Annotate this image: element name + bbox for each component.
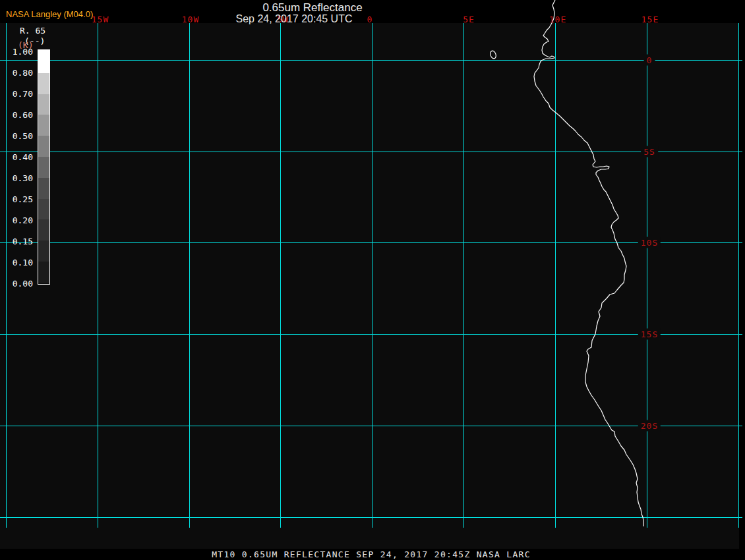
colorbar-tick-label: 0.50 (4, 131, 33, 141)
colorbar-tick-label: 0.70 (4, 89, 33, 99)
lat-label: 15S (638, 329, 661, 340)
colorbar-tick-label: 0.40 (4, 152, 33, 162)
lat-label: 0 (644, 55, 655, 66)
lon-label: 15W (92, 14, 109, 24)
lat-label: 10S (638, 237, 661, 248)
lon-label: 10W (182, 14, 199, 24)
satellite-image-viewport: R. 65 (--) (K) 1.000.800.700.600.500.400… (0, 0, 745, 560)
lon-label: 5E (463, 14, 475, 24)
colorbar-tick-label: 0.20 (4, 215, 33, 225)
lon-label: 0 (367, 14, 373, 24)
footer-caption: MT10 0.65UM REFLECTANCE SEP 24, 2017 20:… (212, 549, 531, 559)
lat-label: 5S (641, 146, 658, 157)
lon-label: 15E (641, 14, 659, 24)
colorbar-tick-label: 0.00 (4, 279, 33, 289)
colorbar-tick-label: 0.30 (4, 173, 33, 183)
colorbar-tick-label: 0.80 (4, 68, 33, 78)
page-title: 0.65um Reflectance (262, 1, 362, 14)
lat-label: 20S (638, 420, 661, 432)
colorbar-tick-label: 0.15 (4, 237, 33, 246)
colorbar-tick-label: 0.10 (4, 258, 33, 267)
colorbar-label: R. 65 (20, 26, 45, 36)
colorbar-tick-label: 1.00 (4, 47, 33, 57)
colorbar-tick-label: 0.60 (4, 110, 33, 120)
map-background (0, 23, 739, 549)
brand-label: NASA Langley (M04.0) (6, 9, 93, 19)
colorbar-gradient (38, 49, 50, 285)
colorbar-tick-label: 0.25 (4, 194, 33, 204)
lon-label: 10E (549, 14, 566, 24)
timestamp-subtitle: Sep 24, 2017 20:45 UTC (235, 13, 352, 25)
